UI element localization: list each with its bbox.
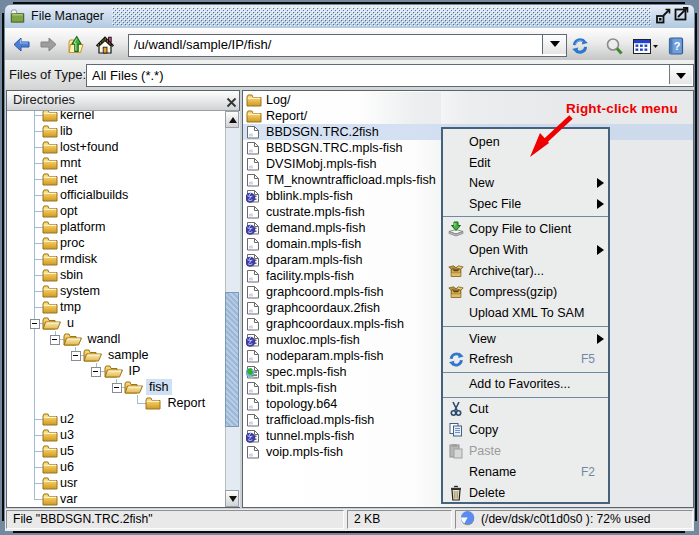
svg-text:?: ? bbox=[674, 40, 681, 52]
